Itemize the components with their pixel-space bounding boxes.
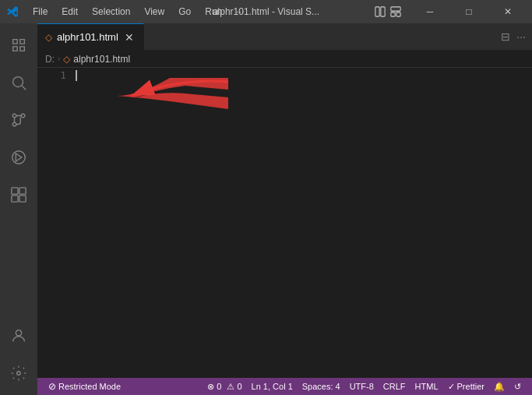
menu-file[interactable]: File bbox=[26, 5, 54, 19]
formatter-label: Prettier bbox=[457, 382, 484, 391]
tab-more-actions[interactable]: ··· bbox=[516, 30, 526, 43]
window-controls: ─ □ ✕ bbox=[375, 0, 526, 23]
spaces-label: Spaces: 4 bbox=[302, 382, 340, 391]
status-language[interactable]: HTML bbox=[410, 378, 443, 395]
svg-rect-12 bbox=[19, 188, 26, 194]
svg-point-5 bbox=[13, 77, 23, 87]
close-button[interactable]: ✕ bbox=[490, 0, 526, 23]
svg-point-7 bbox=[12, 114, 16, 118]
tab-file-icon: ◇ bbox=[45, 32, 52, 43]
activity-explorer[interactable] bbox=[0, 26, 37, 64]
breadcrumb-html-icon: ◇ bbox=[63, 54, 70, 65]
svg-rect-14 bbox=[19, 196, 26, 202]
breadcrumb-filename: alphr101.html bbox=[73, 54, 130, 65]
svg-point-10 bbox=[12, 151, 26, 164]
error-icon: ⊗ bbox=[207, 382, 214, 392]
check-icon: ✓ bbox=[448, 382, 455, 392]
line-ending-label: CRLF bbox=[383, 382, 406, 391]
svg-point-8 bbox=[21, 114, 25, 118]
status-bar: ⊘ Restricted Mode ⊗ 0 ⚠ 0 Ln 1, Col 1 Sp… bbox=[37, 378, 532, 395]
svg-point-15 bbox=[16, 330, 21, 336]
status-restricted-mode-label: Restricted Mode bbox=[58, 382, 121, 391]
language-label: HTML bbox=[415, 382, 439, 391]
activity-run-debug[interactable] bbox=[0, 139, 37, 176]
activity-bar-bottom bbox=[0, 317, 37, 392]
notification-icon: 🔔 bbox=[494, 382, 505, 392]
menu-go[interactable]: Go bbox=[172, 5, 197, 19]
activity-settings[interactable] bbox=[0, 354, 37, 392]
svg-point-16 bbox=[17, 372, 21, 376]
cursor-position-label: Ln 1, Col 1 bbox=[252, 382, 293, 391]
line-numbers: 1 bbox=[37, 68, 72, 378]
status-notification-bell[interactable]: 🔔 bbox=[489, 378, 509, 395]
maximize-button[interactable]: □ bbox=[451, 0, 487, 23]
svg-rect-3 bbox=[391, 12, 395, 16]
breadcrumb: D: › ◇ alphr101.html bbox=[37, 51, 532, 68]
warning-icon: ⚠ bbox=[227, 382, 234, 392]
svg-rect-0 bbox=[375, 7, 379, 16]
split-editor-icon[interactable] bbox=[375, 6, 386, 17]
split-editor-button[interactable]: ⊟ bbox=[501, 30, 510, 43]
layout-icon[interactable] bbox=[390, 6, 401, 17]
minimize-button[interactable]: ─ bbox=[412, 0, 448, 23]
line-number-1: 1 bbox=[44, 68, 66, 83]
svg-rect-1 bbox=[381, 7, 385, 16]
svg-rect-13 bbox=[12, 196, 18, 202]
breadcrumb-drive: D: bbox=[45, 54, 55, 65]
activity-accounts[interactable] bbox=[0, 317, 37, 354]
status-bar-right: ⊗ 0 ⚠ 0 Ln 1, Col 1 Spaces: 4 UTF-8 CRLF bbox=[203, 378, 526, 395]
tab-filename: alphr101.html bbox=[57, 31, 118, 43]
menu-view[interactable]: View bbox=[138, 5, 171, 19]
editor-area: ◇ alphr101.html ✕ ⊟ ··· D: › ◇ alphr101.… bbox=[37, 23, 532, 395]
menu-selection[interactable]: Selection bbox=[86, 5, 136, 19]
editor-tab[interactable]: ◇ alphr101.html ✕ bbox=[37, 23, 144, 50]
tab-close-button[interactable]: ✕ bbox=[123, 31, 136, 44]
tab-bar-actions: ⊟ ··· bbox=[501, 23, 532, 50]
status-line-ending[interactable]: CRLF bbox=[379, 378, 410, 395]
svg-rect-11 bbox=[12, 188, 18, 194]
window-title: alphr101.html - Visual S... bbox=[213, 6, 319, 17]
activity-source-control[interactable] bbox=[0, 101, 37, 139]
activity-extensions[interactable] bbox=[0, 176, 37, 213]
status-spaces[interactable]: Spaces: 4 bbox=[298, 378, 345, 395]
editor-text-area[interactable] bbox=[72, 68, 532, 378]
svg-line-6 bbox=[22, 86, 26, 90]
menu-edit[interactable]: Edit bbox=[55, 5, 84, 19]
error-count: 0 bbox=[217, 382, 221, 391]
main-layout: ◇ alphr101.html ✕ ⊟ ··· D: › ◇ alphr101.… bbox=[0, 23, 532, 395]
shield-icon: ⊘ bbox=[48, 381, 56, 392]
sync-icon: ↺ bbox=[514, 382, 521, 392]
svg-rect-2 bbox=[391, 7, 400, 11]
status-cursor-position[interactable]: Ln 1, Col 1 bbox=[247, 378, 298, 395]
encoding-label: UTF-8 bbox=[350, 382, 374, 391]
title-bar: File Edit Selection View Go Run ··· alph… bbox=[0, 0, 532, 23]
svg-rect-4 bbox=[396, 12, 400, 16]
tab-bar: ◇ alphr101.html ✕ ⊟ ··· bbox=[37, 23, 532, 51]
status-errors-warnings[interactable]: ⊗ 0 ⚠ 0 bbox=[203, 378, 246, 395]
warning-count: 0 bbox=[237, 382, 241, 391]
breadcrumb-chevron-1: › bbox=[58, 55, 60, 63]
text-cursor bbox=[76, 70, 77, 81]
status-sync[interactable]: ↺ bbox=[509, 378, 526, 395]
editor-content[interactable]: 1 bbox=[37, 68, 532, 378]
activity-search[interactable] bbox=[0, 64, 37, 101]
status-encoding[interactable]: UTF-8 bbox=[345, 378, 379, 395]
vscode-logo-icon bbox=[6, 5, 19, 18]
svg-point-9 bbox=[12, 122, 16, 126]
activity-bar bbox=[0, 23, 37, 395]
status-restricted-mode[interactable]: ⊘ Restricted Mode bbox=[44, 378, 125, 395]
status-formatter[interactable]: ✓ Prettier bbox=[443, 378, 489, 395]
